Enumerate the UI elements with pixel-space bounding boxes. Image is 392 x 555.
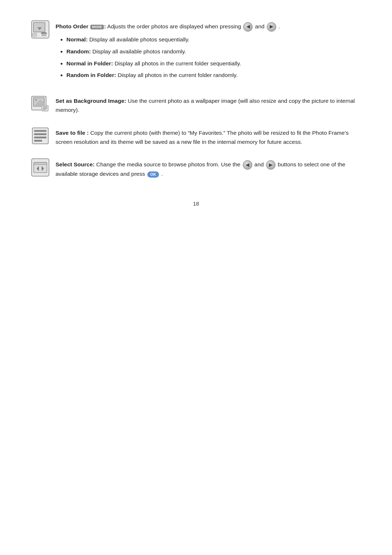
svg-text:MODE: MODE: [40, 33, 48, 36]
photo-order-description: Photo Order MODE: Adjusts the order phot…: [56, 22, 361, 32]
svg-rect-18: [34, 133, 46, 135]
page-number: 18: [31, 200, 361, 207]
bg-image-icon-box: [31, 94, 50, 113]
photo-order-content: Photo Order MODE: Adjusts the order phot…: [56, 20, 361, 83]
ok-button: OK: [147, 171, 159, 178]
select-right-arrow: ▶: [266, 160, 275, 170]
select-left-arrow: ◀: [243, 160, 252, 170]
svg-rect-19: [34, 137, 46, 138]
select-source-section: Select Source: Change the media source t…: [31, 158, 361, 179]
svg-rect-5: [32, 33, 37, 37]
bullet-normal-folder: Normal in Folder: Display all photos in …: [66, 59, 361, 68]
select-source-content: Select Source: Change the media source t…: [56, 158, 361, 179]
save-to-file-section: Save to file : Copy the current photo (w…: [31, 126, 361, 147]
photo-order-section: MODE Photo Order MODE: Adjusts the order…: [31, 20, 361, 83]
save-to-file-content: Save to file : Copy the current photo (w…: [56, 126, 361, 147]
left-arrow-btn: ◀: [243, 22, 253, 32]
photo-order-bullets: Normal: Display all available photos seq…: [66, 35, 361, 80]
bg-image-icon: [31, 94, 50, 113]
save-icon-box: [31, 126, 50, 145]
bullet-normal: Normal: Display all available photos seq…: [66, 35, 361, 44]
svg-rect-17: [34, 130, 46, 132]
save-icon: [31, 126, 50, 145]
svg-rect-23: [34, 165, 47, 173]
svg-rect-14: [43, 108, 47, 109]
photo-order-title: Photo Order: [56, 23, 88, 29]
photo-order-icon-box: MODE: [31, 20, 50, 39]
page-content: MODE Photo Order MODE: Adjusts the order…: [0, 0, 392, 236]
photo-order-icon: MODE: [31, 20, 50, 39]
svg-rect-20: [34, 140, 42, 142]
bg-image-content: Set as Background Image: Use the current…: [56, 94, 361, 115]
select-source-icon-box: [31, 158, 50, 177]
svg-point-11: [35, 99, 37, 101]
right-arrow-btn: ▶: [267, 22, 276, 32]
svg-rect-15: [43, 109, 46, 110]
svg-rect-13: [43, 106, 47, 107]
bullet-random-folder: Random in Folder: Display all photos in …: [66, 71, 361, 80]
select-source-icon: [31, 158, 50, 177]
select-source-description: Select Source: Change the media source t…: [56, 160, 361, 179]
bg-image-section: Set as Background Image: Use the current…: [31, 94, 361, 115]
bullet-random: Random: Display all available photos ran…: [66, 47, 361, 56]
save-to-file-description: Save to file : Copy the current photo (w…: [56, 129, 361, 147]
mode-badge-inline: MODE: [90, 25, 104, 29]
bg-image-description: Set as Background Image: Use the current…: [56, 97, 361, 115]
